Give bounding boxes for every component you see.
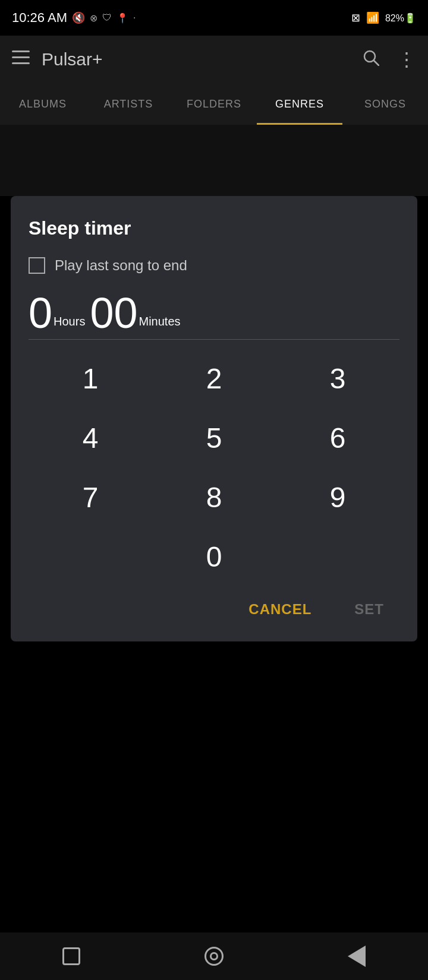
tab-songs[interactable]: SONGS <box>342 83 428 125</box>
numpad-row-2: 4 5 6 <box>29 411 399 464</box>
tab-genres[interactable]: GENRES <box>257 83 342 125</box>
app-title: Pulsar+ <box>42 49 351 69</box>
wifi-icon: 📶 <box>366 11 379 24</box>
search-icon[interactable] <box>363 49 379 70</box>
nav-tabs: ALBUMS ARTISTS FOLDERS GENRES SONGS <box>0 83 428 125</box>
numpad-8[interactable]: 8 <box>166 470 262 524</box>
numpad-6[interactable]: 6 <box>290 411 385 464</box>
numpad-7[interactable]: 7 <box>43 470 138 524</box>
tab-albums[interactable]: ALBUMS <box>0 83 86 125</box>
notification-icon: ⊗ <box>90 12 97 24</box>
minutes-value: 00 <box>90 292 137 334</box>
numpad-0[interactable]: 0 <box>166 530 262 583</box>
sleep-timer-dialog: Sleep timer Play last song to end 0 Hour… <box>11 196 417 641</box>
shield-icon: 🛡 <box>102 12 112 23</box>
cancel-button[interactable]: CANCEL <box>239 595 321 624</box>
nav-circle-inner-icon <box>210 952 218 960</box>
top-bar: Pulsar+ ⋮ <box>0 36 428 83</box>
numpad-row-3: 7 8 9 <box>29 470 399 524</box>
nav-back-icon <box>348 946 366 967</box>
play-last-song-checkbox[interactable] <box>29 257 45 274</box>
dialog-area: Sleep timer Play last song to end 0 Hour… <box>0 196 428 641</box>
dot-icon: · <box>133 12 136 23</box>
numpad-4[interactable]: 4 <box>43 411 138 464</box>
status-bar: 10:26 AM 🔇 ⊗ 🛡 📍 · ⊠ 📶 82%🔋 <box>0 0 428 36</box>
status-time: 10:26 AM <box>12 10 67 26</box>
minutes-label: Minutes <box>139 315 181 334</box>
more-icon[interactable]: ⋮ <box>397 48 416 71</box>
numpad-5[interactable]: 5 <box>166 411 262 464</box>
svg-rect-1 <box>12 56 30 58</box>
tab-artists[interactable]: ARTISTS <box>86 83 171 125</box>
checkbox-row: Play last song to end <box>29 257 399 274</box>
nav-square-icon <box>62 947 80 965</box>
hours-value: 0 <box>29 292 52 334</box>
nav-back-button[interactable] <box>339 938 374 974</box>
dialog-title: Sleep timer <box>29 217 399 239</box>
dialog-buttons: CANCEL SET <box>29 595 399 624</box>
numpad-2[interactable]: 2 <box>166 352 262 405</box>
tab-folders[interactable]: FOLDERS <box>171 83 257 125</box>
hamburger-icon[interactable] <box>12 50 30 69</box>
close-box-icon: ⊠ <box>351 11 360 24</box>
bottom-area <box>0 641 428 861</box>
time-display: 0 Hours 00 Minutes <box>29 292 399 334</box>
set-button[interactable]: SET <box>345 595 394 624</box>
svg-line-4 <box>374 61 379 65</box>
mute-icon: 🔇 <box>72 11 85 24</box>
svg-rect-2 <box>12 62 30 64</box>
play-last-song-label: Play last song to end <box>55 257 187 274</box>
nav-circle-icon <box>204 947 224 966</box>
nav-recents-button[interactable] <box>54 938 89 974</box>
numpad-9[interactable]: 9 <box>290 470 385 524</box>
nav-home-button[interactable] <box>196 938 232 974</box>
time-divider <box>29 339 399 340</box>
numpad-row-1: 1 2 3 <box>29 352 399 405</box>
numpad-3[interactable]: 3 <box>290 352 385 405</box>
svg-rect-0 <box>12 50 30 52</box>
nav-bar <box>0 932 428 980</box>
location-icon: 📍 <box>117 12 128 24</box>
numpad-1[interactable]: 1 <box>43 352 138 405</box>
battery-icon: 82%🔋 <box>385 12 416 24</box>
hours-label: Hours <box>54 315 85 334</box>
numpad-row-4: 0 <box>29 530 399 583</box>
content-bg <box>0 125 428 196</box>
numpad: 1 2 3 4 5 6 7 8 9 0 <box>29 352 399 583</box>
